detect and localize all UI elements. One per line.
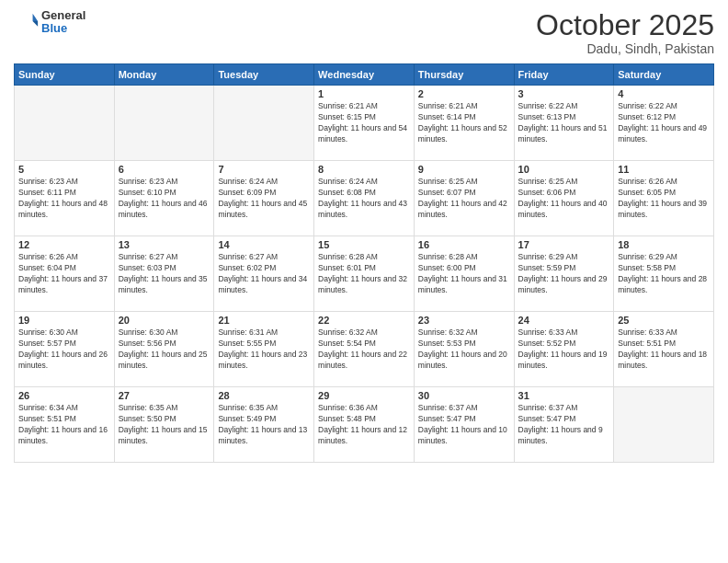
day-info: Sunrise: 6:22 AM Sunset: 6:12 PM Dayligh… xyxy=(618,101,710,145)
day-number: 10 xyxy=(518,164,610,175)
calendar-cell: 3Sunrise: 6:22 AM Sunset: 6:13 PM Daylig… xyxy=(514,86,614,161)
weekday-header: Friday xyxy=(514,64,614,86)
day-number: 23 xyxy=(418,315,510,326)
calendar-cell: 7Sunrise: 6:24 AM Sunset: 6:09 PM Daylig… xyxy=(214,161,314,236)
calendar-cell: 23Sunrise: 6:32 AM Sunset: 5:53 PM Dayli… xyxy=(414,312,514,387)
day-number: 29 xyxy=(318,390,410,401)
calendar-cell: 17Sunrise: 6:29 AM Sunset: 5:59 PM Dayli… xyxy=(514,236,614,312)
day-info: Sunrise: 6:24 AM Sunset: 6:08 PM Dayligh… xyxy=(318,177,410,221)
calendar-cell: 2Sunrise: 6:21 AM Sunset: 6:14 PM Daylig… xyxy=(414,86,514,161)
calendar-cell: 22Sunrise: 6:32 AM Sunset: 5:54 PM Dayli… xyxy=(314,312,415,387)
calendar-cell: 26Sunrise: 6:34 AM Sunset: 5:51 PM Dayli… xyxy=(15,387,115,463)
day-number: 3 xyxy=(518,88,610,99)
day-info: Sunrise: 6:29 AM Sunset: 5:59 PM Dayligh… xyxy=(518,252,610,296)
day-number: 8 xyxy=(318,164,410,175)
day-info: Sunrise: 6:21 AM Sunset: 6:15 PM Dayligh… xyxy=(318,101,410,145)
day-number: 2 xyxy=(418,88,510,99)
day-info: Sunrise: 6:35 AM Sunset: 5:50 PM Dayligh… xyxy=(119,403,210,447)
calendar-cell: 20Sunrise: 6:30 AM Sunset: 5:56 PM Dayli… xyxy=(114,312,214,387)
day-number: 24 xyxy=(518,315,610,326)
day-info: Sunrise: 6:25 AM Sunset: 6:06 PM Dayligh… xyxy=(518,177,610,221)
day-info: Sunrise: 6:34 AM Sunset: 5:51 PM Dayligh… xyxy=(18,403,110,447)
day-info: Sunrise: 6:35 AM Sunset: 5:49 PM Dayligh… xyxy=(218,403,310,447)
day-info: Sunrise: 6:33 AM Sunset: 5:51 PM Dayligh… xyxy=(618,327,710,372)
calendar-cell: 21Sunrise: 6:31 AM Sunset: 5:55 PM Dayli… xyxy=(214,312,314,387)
day-number: 13 xyxy=(119,239,210,250)
logo-general-text: General xyxy=(41,9,85,22)
main-title: October 2025 xyxy=(536,9,714,41)
calendar-cell: 27Sunrise: 6:35 AM Sunset: 5:50 PM Dayli… xyxy=(114,387,214,463)
day-info: Sunrise: 6:25 AM Sunset: 6:07 PM Dayligh… xyxy=(418,177,510,221)
day-number: 11 xyxy=(618,164,710,175)
weekday-header: Sunday xyxy=(15,64,115,86)
day-number: 27 xyxy=(119,390,210,401)
calendar-cell: 12Sunrise: 6:26 AM Sunset: 6:04 PM Dayli… xyxy=(15,236,115,312)
day-number: 14 xyxy=(218,239,310,250)
calendar-cell: 16Sunrise: 6:28 AM Sunset: 6:00 PM Dayli… xyxy=(414,236,514,312)
day-number: 9 xyxy=(418,164,510,175)
calendar-cell xyxy=(15,86,115,161)
calendar-cell xyxy=(614,387,714,463)
calendar-week-row: 26Sunrise: 6:34 AM Sunset: 5:51 PM Dayli… xyxy=(15,387,714,463)
logo: General Blue xyxy=(14,9,85,36)
day-number: 26 xyxy=(18,390,110,401)
day-info: Sunrise: 6:22 AM Sunset: 6:13 PM Dayligh… xyxy=(518,101,610,145)
calendar-cell: 4Sunrise: 6:22 AM Sunset: 6:12 PM Daylig… xyxy=(614,86,714,161)
day-info: Sunrise: 6:23 AM Sunset: 6:11 PM Dayligh… xyxy=(18,177,110,221)
calendar-cell: 24Sunrise: 6:33 AM Sunset: 5:52 PM Dayli… xyxy=(514,312,614,387)
calendar-cell: 11Sunrise: 6:26 AM Sunset: 6:05 PM Dayli… xyxy=(614,161,714,236)
calendar-cell: 18Sunrise: 6:29 AM Sunset: 5:58 PM Dayli… xyxy=(614,236,714,312)
calendar-week-row: 19Sunrise: 6:30 AM Sunset: 5:57 PM Dayli… xyxy=(15,312,714,387)
calendar-cell: 25Sunrise: 6:33 AM Sunset: 5:51 PM Dayli… xyxy=(614,312,714,387)
calendar-week-row: 12Sunrise: 6:26 AM Sunset: 6:04 PM Dayli… xyxy=(15,236,714,312)
day-info: Sunrise: 6:37 AM Sunset: 5:47 PM Dayligh… xyxy=(418,403,510,447)
calendar-cell: 1Sunrise: 6:21 AM Sunset: 6:15 PM Daylig… xyxy=(314,86,415,161)
day-number: 22 xyxy=(318,315,410,326)
calendar-week-row: 5Sunrise: 6:23 AM Sunset: 6:11 PM Daylig… xyxy=(15,161,714,236)
day-number: 17 xyxy=(518,239,610,250)
calendar-header-row: SundayMondayTuesdayWednesdayThursdayFrid… xyxy=(15,64,714,86)
logo-blue-text: Blue xyxy=(41,22,85,35)
calendar-cell: 28Sunrise: 6:35 AM Sunset: 5:49 PM Dayli… xyxy=(214,387,314,463)
day-info: Sunrise: 6:32 AM Sunset: 5:53 PM Dayligh… xyxy=(418,327,510,372)
weekday-header: Monday xyxy=(114,64,214,86)
calendar-cell: 29Sunrise: 6:36 AM Sunset: 5:48 PM Dayli… xyxy=(314,387,415,463)
day-number: 28 xyxy=(218,390,310,401)
day-info: Sunrise: 6:26 AM Sunset: 6:04 PM Dayligh… xyxy=(18,252,110,296)
title-block: October 2025 Dadu, Sindh, Pakistan xyxy=(536,9,714,56)
day-info: Sunrise: 6:23 AM Sunset: 6:10 PM Dayligh… xyxy=(119,177,210,221)
header: General Blue October 2025 Dadu, Sindh, P… xyxy=(14,9,714,56)
day-number: 31 xyxy=(518,390,610,401)
day-number: 21 xyxy=(218,315,310,326)
day-info: Sunrise: 6:28 AM Sunset: 6:00 PM Dayligh… xyxy=(418,252,510,296)
day-info: Sunrise: 6:27 AM Sunset: 6:03 PM Dayligh… xyxy=(119,252,210,296)
calendar-cell: 30Sunrise: 6:37 AM Sunset: 5:47 PM Dayli… xyxy=(414,387,514,463)
day-number: 25 xyxy=(618,315,710,326)
logo-text: General Blue xyxy=(41,9,85,36)
calendar-cell xyxy=(114,86,214,161)
calendar-table: SundayMondayTuesdayWednesdayThursdayFrid… xyxy=(14,63,714,463)
subtitle: Dadu, Sindh, Pakistan xyxy=(536,41,714,56)
day-number: 6 xyxy=(119,164,210,175)
calendar-cell: 31Sunrise: 6:37 AM Sunset: 5:47 PM Dayli… xyxy=(514,387,614,463)
day-number: 7 xyxy=(218,164,310,175)
day-number: 30 xyxy=(418,390,510,401)
calendar-cell: 19Sunrise: 6:30 AM Sunset: 5:57 PM Dayli… xyxy=(15,312,115,387)
day-number: 12 xyxy=(18,239,110,250)
day-number: 1 xyxy=(318,88,410,99)
calendar-cell xyxy=(214,86,314,161)
day-number: 15 xyxy=(318,239,410,250)
day-number: 4 xyxy=(618,88,710,99)
weekday-header: Tuesday xyxy=(214,64,314,86)
day-info: Sunrise: 6:29 AM Sunset: 5:58 PM Dayligh… xyxy=(618,252,710,296)
page-container: General Blue October 2025 Dadu, Sindh, P… xyxy=(0,0,728,563)
weekday-header: Thursday xyxy=(414,64,514,86)
day-info: Sunrise: 6:37 AM Sunset: 5:47 PM Dayligh… xyxy=(518,403,610,447)
calendar-cell: 13Sunrise: 6:27 AM Sunset: 6:03 PM Dayli… xyxy=(114,236,214,312)
day-number: 16 xyxy=(418,239,510,250)
day-info: Sunrise: 6:32 AM Sunset: 5:54 PM Dayligh… xyxy=(318,327,410,372)
calendar-cell: 14Sunrise: 6:27 AM Sunset: 6:02 PM Dayli… xyxy=(214,236,314,312)
day-number: 20 xyxy=(119,315,210,326)
day-info: Sunrise: 6:27 AM Sunset: 6:02 PM Dayligh… xyxy=(218,252,310,296)
day-info: Sunrise: 6:21 AM Sunset: 6:14 PM Dayligh… xyxy=(418,101,510,145)
